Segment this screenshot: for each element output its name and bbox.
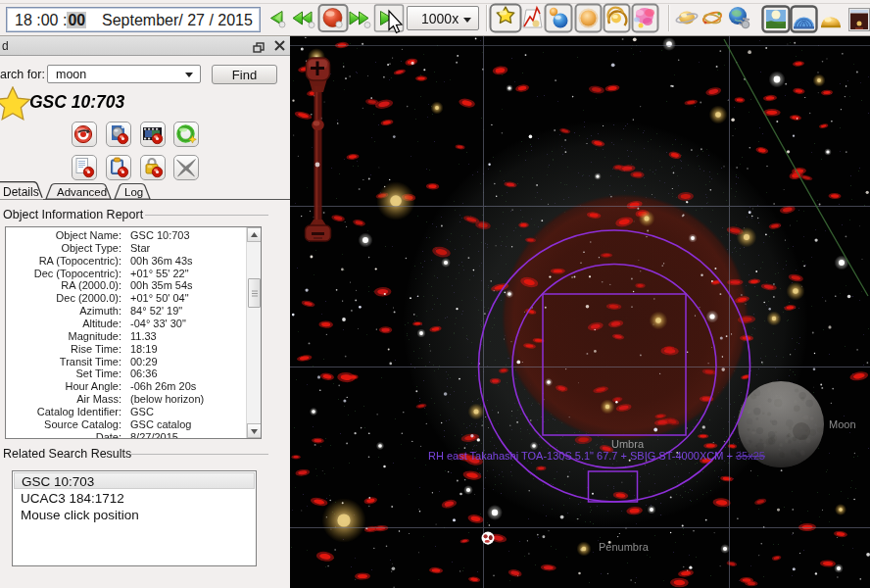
svg-text:Moon: Moon: [829, 418, 856, 430]
svg-text:Penumbra: Penumbra: [599, 541, 650, 553]
svg-text:Umbra: Umbra: [611, 438, 645, 450]
svg-text:RH east Takahashi TOA-130S 5.1: RH east Takahashi TOA-130S 5.1" 67.7 + S…: [428, 450, 765, 462]
